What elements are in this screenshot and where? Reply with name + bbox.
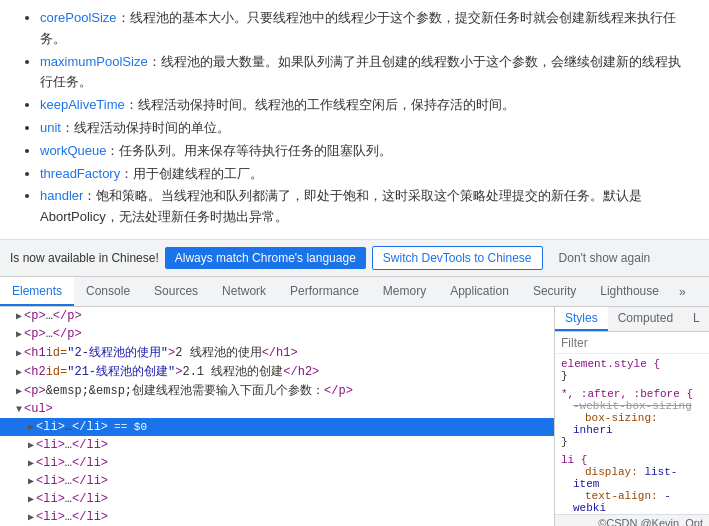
collapse-arrow: ▶	[16, 366, 22, 378]
param-name: keepAliveTime	[40, 97, 125, 112]
dom-row[interactable]: ▶ <p>…</p>	[0, 307, 554, 325]
tab-network[interactable]: Network	[210, 277, 278, 306]
list-item-maxpoolsize: maximumPoolSize：线程池的最大数量。如果队列满了并且创建的线程数小…	[40, 52, 693, 94]
collapse-arrow: ▶	[16, 385, 22, 397]
dom-row[interactable]: ▶ <h2 id="21-线程池的创建">2.1 线程池的创建</h2>	[0, 362, 554, 381]
tab-sources[interactable]: Sources	[142, 277, 210, 306]
copyright-text: ©CSDN @Kevin_Opt	[598, 517, 703, 526]
copyright-bar: ©CSDN @Kevin_Opt	[555, 514, 709, 526]
selected-eq-label: == $0	[114, 421, 147, 433]
dom-row[interactable]: ▶ <li>…</li>	[0, 436, 554, 454]
list-item-corepoolsize: corePoolSize：线程池的基本大小。只要线程池中的线程少于这个参数，提交…	[40, 8, 693, 50]
dom-row[interactable]: ▶ <li>…</li>	[0, 472, 554, 490]
style-selector: *, :after, :before {	[561, 388, 703, 400]
dom-row[interactable]: ▶ <p>&emsp;&emsp;创建线程池需要输入下面几个参数：</p>	[0, 381, 554, 400]
list-item-keepalivetime: keepAliveTime：线程活动保持时间。线程池的工作线程空闲后，保持存活的…	[40, 95, 693, 116]
param-name: workQueue	[40, 143, 106, 158]
param-name: maximumPoolSize	[40, 54, 148, 69]
language-bar-text: Is now available in Chinese!	[10, 251, 159, 265]
dom-row[interactable]: ▶ <li>…</li>	[0, 490, 554, 508]
style-rule-li: li { display: list-item text-align: -web…	[561, 454, 703, 514]
style-prop-webkit-box-sizing: -webkit-box-sizing	[561, 400, 703, 412]
styles-filter-input[interactable]	[561, 336, 703, 350]
style-prop-text-align: text-align: -webki	[561, 490, 703, 514]
expand-arrow: ▼	[16, 404, 22, 415]
style-close: }	[561, 370, 703, 382]
param-name: unit	[40, 120, 61, 135]
collapse-arrow: ▶	[28, 421, 34, 433]
dom-tree-panel[interactable]: ▶ <p>…</p> ▶ <p>…</p> ▶ <h1 id="2-线程池的使用…	[0, 307, 555, 526]
tab-elements[interactable]: Elements	[0, 277, 74, 306]
tab-memory[interactable]: Memory	[371, 277, 438, 306]
devtools-tab-bar: Elements Console Sources Network Perform…	[0, 277, 709, 307]
style-rule-universal: *, :after, :before { -webkit-box-sizing …	[561, 388, 703, 448]
collapse-arrow: ▶	[16, 347, 22, 359]
tab-application[interactable]: Application	[438, 277, 521, 306]
collapse-arrow: ▶	[16, 310, 22, 322]
style-prop-box-sizing: box-sizing: inheri	[561, 412, 703, 436]
dom-row-selected[interactable]: ▶ <li>…</li> == $0	[0, 418, 554, 436]
style-rule-element: element.style { }	[561, 358, 703, 382]
dom-row[interactable]: ▶ <li>…</li>	[0, 454, 554, 472]
tab-lighthouse[interactable]: Lighthouse	[588, 277, 671, 306]
tab-console[interactable]: Console	[74, 277, 142, 306]
language-notification-bar: Is now available in Chinese! Always matc…	[0, 240, 709, 277]
tab-security[interactable]: Security	[521, 277, 588, 306]
style-prop-display: display: list-item	[561, 466, 703, 490]
list-item-unit: unit：线程活动保持时间的单位。	[40, 118, 693, 139]
main-content: corePoolSize：线程池的基本大小。只要线程池中的线程少于这个参数，提交…	[0, 0, 709, 240]
devtools-main-panel: ▶ <p>…</p> ▶ <p>…</p> ▶ <h1 id="2-线程池的使用…	[0, 307, 709, 526]
param-name: threadFactory	[40, 166, 120, 181]
styles-tab-computed[interactable]: Computed	[608, 307, 683, 331]
styles-content: element.style { } *, :after, :before { -…	[555, 354, 709, 514]
collapse-arrow: ▶	[28, 475, 34, 487]
list-item-workqueue: workQueue：任务队列。用来保存等待执行任务的阻塞队列。	[40, 141, 693, 162]
style-selector: element.style {	[561, 358, 703, 370]
always-match-language-button[interactable]: Always match Chrome's language	[165, 247, 366, 269]
collapse-arrow: ▶	[16, 328, 22, 340]
style-selector: li {	[561, 454, 703, 466]
styles-subtab-bar: Styles Computed L	[555, 307, 709, 332]
list-item-threadfactory: threadFactory：用于创建线程的工厂。	[40, 164, 693, 185]
list-item-handler: handler：饱和策略。当线程池和队列都满了，即处于饱和，这时采取这个策略处理…	[40, 186, 693, 228]
tab-performance[interactable]: Performance	[278, 277, 371, 306]
collapse-arrow: ▶	[28, 457, 34, 469]
collapse-arrow: ▶	[28, 439, 34, 451]
style-close: }	[561, 436, 703, 448]
styles-filter-bar	[555, 332, 709, 354]
dom-row[interactable]: ▶ <li>…</li>	[0, 508, 554, 526]
collapse-arrow: ▶	[28, 511, 34, 523]
collapse-arrow: ▶	[28, 493, 34, 505]
dom-row-ul[interactable]: ▼ <ul>	[0, 400, 554, 418]
switch-devtools-chinese-button[interactable]: Switch DevTools to Chinese	[372, 246, 543, 270]
param-name: handler	[40, 188, 83, 203]
styles-tab-styles[interactable]: Styles	[555, 307, 608, 331]
styles-panel: Styles Computed L element.style { } *, :…	[555, 307, 709, 526]
dom-row[interactable]: ▶ <p>…</p>	[0, 325, 554, 343]
dont-show-again-button[interactable]: Don't show again	[549, 247, 661, 269]
dom-row[interactable]: ▶ <h1 id="2-线程池的使用">2 线程池的使用</h1>	[0, 343, 554, 362]
tab-more-button[interactable]: »	[671, 277, 694, 306]
styles-tab-l[interactable]: L	[683, 307, 709, 331]
param-name: corePoolSize	[40, 10, 117, 25]
